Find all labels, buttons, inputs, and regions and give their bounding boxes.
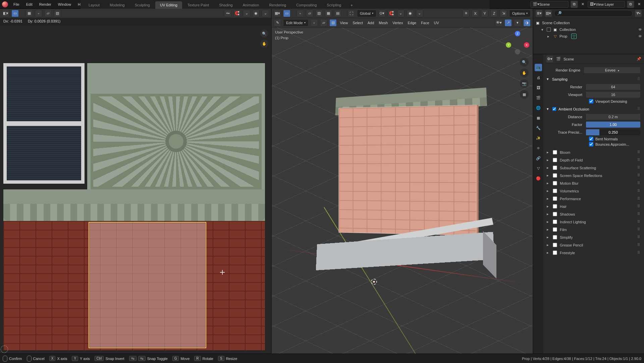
panel-drag-icon[interactable]: ⠿ xyxy=(637,173,641,178)
outliner-filter-button[interactable]: ⧩▾ xyxy=(635,10,642,17)
disclosure-triangle-icon[interactable]: ▸ xyxy=(547,220,550,224)
ao-trace-slider[interactable]: 0.250 xyxy=(586,129,641,136)
ao-bounces-row[interactable]: Bounces Approxim... xyxy=(589,142,641,146)
collection-checkbox[interactable] xyxy=(547,28,551,32)
tab-constraint-icon[interactable]: 🔗 xyxy=(535,154,542,162)
section-performance[interactable]: ▸Performance⠿ xyxy=(547,195,641,202)
disclosure-triangle-icon[interactable]: ▸ xyxy=(547,189,550,193)
3d-snap-toggle[interactable]: 🧲 xyxy=(388,10,395,17)
3d-proportional-toggle[interactable]: ◉ xyxy=(407,10,414,17)
section-enable-checkbox[interactable] xyxy=(553,227,557,232)
menu-window[interactable]: Window xyxy=(55,1,74,8)
viewport-samples-input[interactable]: 16 xyxy=(586,91,641,98)
3d-mirror-toggle[interactable]: ✳ xyxy=(462,10,470,17)
disclosure-triangle-icon[interactable]: ▸ xyxy=(547,235,550,239)
3d-falloff-menu[interactable]: ⌄ xyxy=(416,10,423,17)
gizmo-y-axis[interactable]: Y xyxy=(506,42,511,48)
uv-select-face[interactable]: ▧ xyxy=(54,10,61,17)
3d-visibility-menu[interactable]: 👁▾ xyxy=(495,19,502,27)
menu-uv[interactable]: UV xyxy=(433,21,440,25)
disclosure-triangle-icon[interactable]: ▸ xyxy=(547,173,550,178)
3d-orientation-select[interactable]: Global▾ xyxy=(357,10,376,17)
render-engine-select[interactable]: Eevee ▾ xyxy=(584,67,641,74)
3d-select-face[interactable]: ▧ xyxy=(315,10,323,17)
tab-uv-editing[interactable]: UV Editing xyxy=(155,1,182,9)
disclosure-triangle-icon[interactable]: ▸ xyxy=(547,204,550,209)
tab-world-icon[interactable]: 🌐 xyxy=(535,104,542,111)
3d-mirror-y[interactable]: Y xyxy=(481,10,488,17)
uv-2d-cursor-icon[interactable] xyxy=(1,346,8,353)
mesh-data-icon[interactable]: ▽ xyxy=(571,34,577,39)
3d-select-multi[interactable]: ▦ xyxy=(325,10,332,17)
3d-mirror-z[interactable]: Z xyxy=(490,10,498,17)
uv-sync-selection[interactable]: ▦ xyxy=(25,10,33,17)
section-freestyle[interactable]: ▸Freestyle⠿ xyxy=(547,249,641,257)
panel-drag-icon[interactable]: ⠿ xyxy=(637,227,641,232)
menu-vertex[interactable]: Vertex xyxy=(391,21,404,25)
scene-selector[interactable]: 🎬▾ xyxy=(530,1,569,8)
tab-sculpting[interactable]: Sculpting xyxy=(130,1,155,9)
nav-gizmo[interactable]: Z X Y xyxy=(506,31,529,54)
outliner-search[interactable]: 🔎 xyxy=(554,10,633,17)
disclosure-triangle-icon[interactable]: ▸ xyxy=(547,181,550,185)
section-enable-checkbox[interactable] xyxy=(553,150,557,154)
disclosure-triangle-icon[interactable]: ▸ xyxy=(547,212,550,216)
outliner-display-menu[interactable]: ▥▾ xyxy=(545,10,552,17)
tab-modifier-icon[interactable]: 🔧 xyxy=(535,124,542,132)
tab-output-icon[interactable]: 🖨 xyxy=(535,74,542,81)
section-enable-checkbox[interactable] xyxy=(553,189,557,193)
pin-icon[interactable]: 📌 xyxy=(637,57,641,61)
gizmo-x-axis[interactable]: X xyxy=(524,42,529,48)
disclosure-triangle-icon[interactable]: ▾ xyxy=(547,107,550,111)
3d-selmode-vert[interactable]: ▫ xyxy=(311,19,318,27)
section-enable-checkbox[interactable] xyxy=(553,158,557,162)
section-enable-checkbox[interactable] xyxy=(553,251,557,255)
viewport-denoise-checkbox[interactable] xyxy=(589,99,593,103)
3d-selmode-face[interactable]: ▧ xyxy=(329,19,337,27)
tab-rendering[interactable]: Rendering xyxy=(264,1,291,9)
disclosure-triangle-icon[interactable]: ▸ xyxy=(547,33,551,40)
tree-object-prop[interactable]: ▸ ▽ Prop ▽ 👁 xyxy=(535,33,642,40)
3d-tool-select[interactable]: ▭ xyxy=(283,10,290,17)
tab-scene-icon[interactable]: 🎬 xyxy=(535,94,542,101)
section-enable-checkbox[interactable] xyxy=(553,212,557,216)
section-enable-checkbox[interactable] xyxy=(553,220,557,224)
section-simplify[interactable]: ▸Simplify⠿ xyxy=(547,233,641,241)
uv-tool-select[interactable]: ▭ xyxy=(11,10,19,17)
menu-render[interactable]: Render xyxy=(36,1,55,8)
panel-drag-icon[interactable]: ⠿ xyxy=(637,107,641,111)
menu-mesh[interactable]: Mesh xyxy=(377,21,389,25)
tab-physics-icon[interactable]: ⚛ xyxy=(535,144,542,152)
delete-viewlayer-button[interactable]: ✕ xyxy=(636,2,642,6)
tab-object-icon[interactable]: ▦ xyxy=(535,114,542,122)
panel-drag-icon[interactable]: ⠿ xyxy=(637,158,641,162)
menu-file[interactable]: File xyxy=(10,1,23,8)
panel-drag-icon[interactable]: ⠿ xyxy=(637,251,641,255)
3d-select-edge[interactable]: ▱ xyxy=(306,10,313,17)
tab-modeling[interactable]: Modeling xyxy=(105,1,129,9)
uv-pan-icon[interactable]: ✋ xyxy=(260,40,268,48)
add-workspace-button[interactable]: ＋ xyxy=(346,1,357,9)
disclosure-triangle-icon[interactable]: ▸ xyxy=(547,227,550,232)
tree-collection[interactable]: ▾ ▣ Collection 👁 xyxy=(535,26,642,33)
uv-snap-toggle[interactable]: 🧲 xyxy=(233,10,241,17)
ao-distance-input[interactable]: 0.2 m xyxy=(586,114,641,120)
3d-orientation-icon[interactable]: ⛶ xyxy=(347,10,355,17)
panel-drag-icon[interactable]: ⠿ xyxy=(637,196,641,201)
delete-scene-button[interactable]: ✕ xyxy=(580,2,586,6)
gizmo-origin[interactable] xyxy=(515,49,520,54)
ao-bounces-checkbox[interactable] xyxy=(589,142,593,146)
tab-particles-icon[interactable]: ✨ xyxy=(535,134,542,142)
viewlayer-name-input[interactable] xyxy=(596,2,623,6)
section-volumetrics[interactable]: ▸Volumetrics⠿ xyxy=(547,187,641,195)
ao-enable-checkbox[interactable] xyxy=(552,107,556,111)
tab-shading[interactable]: Shading xyxy=(214,1,237,9)
viewlayer-selector[interactable]: 🖼▾ xyxy=(588,1,625,8)
3d-selmode-edge[interactable]: ▱ xyxy=(320,19,327,27)
section-ao[interactable]: ▾ Ambient Occlusion ⠿ xyxy=(547,105,641,112)
ao-bent-row[interactable]: Bent Normals xyxy=(589,137,641,141)
section-enable-checkbox[interactable] xyxy=(553,181,557,185)
panel-drag-icon[interactable]: ⠿ xyxy=(637,150,641,154)
render-samples-input[interactable]: 64 xyxy=(586,84,641,90)
uv-falloff-menu[interactable]: ⌄ xyxy=(262,10,269,17)
